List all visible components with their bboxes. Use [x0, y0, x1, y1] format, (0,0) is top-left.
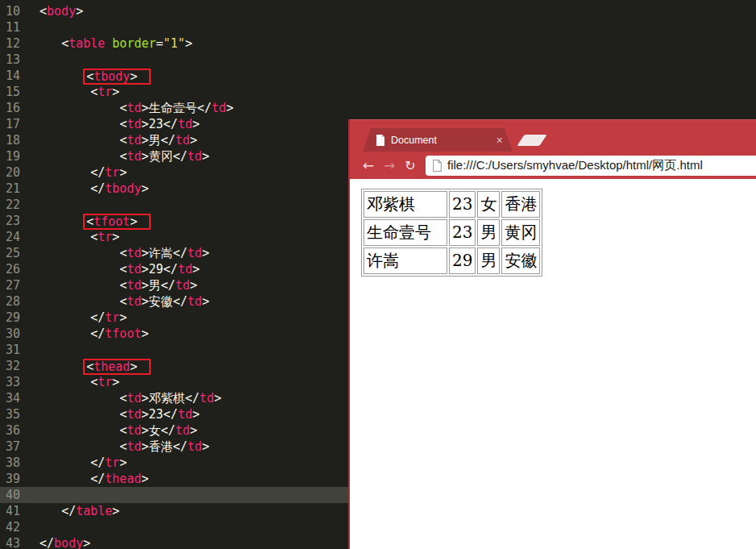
refresh-button[interactable]: ↻ [400, 158, 421, 173]
line-number: 35 [0, 406, 32, 422]
line-number: 25 [0, 245, 32, 261]
table-cell: 23 [449, 219, 476, 246]
address-bar[interactable]: file:///C:/Users/smyhvae/Desktop/html/网页… [426, 156, 756, 176]
back-button[interactable]: ← [358, 157, 379, 173]
line-number: 28 [0, 293, 32, 310]
code-line: <table border="1"> [32, 35, 756, 52]
line-number: 21 [0, 181, 32, 197]
line-number: 20 [0, 164, 32, 181]
line-number: 13 [0, 52, 32, 68]
line-number: 32 [0, 358, 32, 374]
document-icon [376, 135, 385, 146]
line-number: 15 [0, 84, 32, 100]
table-cell: 男 [477, 219, 500, 246]
line-number: 33 [0, 374, 32, 390]
code-line: <tbody> [32, 68, 756, 84]
table-row: 生命壹号23男黄冈 [363, 219, 540, 246]
table-cell: 女 [477, 191, 500, 218]
table-cell: 邓紫棋 [363, 191, 447, 218]
page-icon [432, 160, 442, 172]
browser-tab[interactable]: Document × [363, 128, 513, 152]
line-number: 37 [0, 439, 32, 455]
line-number: 42 [0, 519, 32, 535]
line-number: 14 [0, 68, 32, 84]
annotation-box: <tfoot> [83, 214, 151, 230]
line-number: 24 [0, 229, 32, 245]
line-number: 38 [0, 455, 32, 471]
line-number: 22 [0, 197, 32, 213]
rendered-table-body: 邓紫棋23女香港生命壹号23男黄冈许嵩29男安徽 [363, 191, 540, 274]
table-cell: 生命壹号 [363, 219, 447, 246]
code-line: <body> [32, 3, 756, 19]
table-cell: 男 [477, 247, 500, 274]
line-number: 27 [0, 277, 32, 293]
table-row: 邓紫棋23女香港 [363, 191, 540, 218]
screen: 1011121314151617181920212223242526272829… [0, 0, 756, 549]
line-number: 19 [0, 148, 32, 164]
tab-title: Document [391, 135, 491, 146]
browser-content: 邓紫棋23女香港生命壹号23男黄冈许嵩29男安徽 [350, 179, 756, 549]
table-cell: 黄冈 [501, 219, 540, 246]
line-number: 23 [0, 213, 32, 229]
line-number: 16 [0, 100, 32, 116]
table-cell: 安徽 [501, 247, 540, 274]
line-number: 30 [0, 326, 32, 342]
line-number: 40 [0, 487, 32, 503]
code-line: <tr> [32, 84, 756, 100]
line-number: 36 [0, 422, 32, 439]
table-cell: 23 [449, 191, 476, 218]
line-number: 29 [0, 310, 32, 326]
annotation-box: <tbody> [83, 69, 151, 85]
table-row: 许嵩29男安徽 [363, 247, 540, 274]
line-number: 43 [0, 535, 32, 549]
line-number: 18 [0, 132, 32, 148]
line-number: 17 [0, 116, 32, 132]
table-cell: 香港 [501, 191, 540, 218]
line-number: 11 [0, 19, 32, 35]
browser-window: Document × ← → ↻ file:///C:/Users/smyhva… [348, 119, 756, 549]
forward-button[interactable]: → [379, 157, 400, 173]
line-number: 41 [0, 503, 32, 519]
line-number: 39 [0, 471, 32, 487]
tab-close-icon[interactable]: × [496, 135, 503, 146]
line-number: 34 [0, 390, 32, 406]
browser-toolbar: ← → ↻ file:///C:/Users/smyhvae/Desktop/h… [350, 152, 756, 179]
rendered-table: 邓紫棋23女香港生命壹号23男黄冈许嵩29男安徽 [361, 189, 542, 277]
code-line [32, 19, 756, 35]
line-number: 10 [0, 3, 32, 19]
code-line: <td>生命壹号</td> [32, 100, 756, 116]
line-number: 26 [0, 261, 32, 277]
gutter: 1011121314151617181920212223242526272829… [0, 3, 32, 549]
browser-tab-strip: Document × [350, 119, 756, 152]
new-tab-button[interactable] [517, 135, 546, 146]
url-text: file:///C:/Users/smyhvae/Desktop/html/网页… [447, 158, 703, 173]
table-cell: 29 [449, 247, 476, 274]
line-number: 12 [0, 35, 32, 52]
table-cell: 许嵩 [363, 247, 447, 274]
code-line [32, 52, 756, 68]
line-number: 31 [0, 342, 32, 358]
annotation-box: <thead> [83, 359, 151, 375]
